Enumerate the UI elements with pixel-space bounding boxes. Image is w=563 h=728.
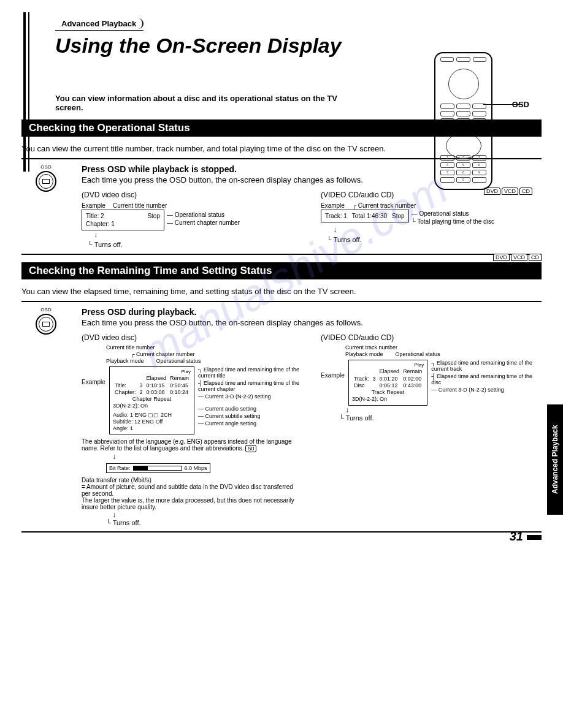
disc-type-tags: DVDVCDCD xyxy=(493,254,542,261)
section-heading: Checking the Operational Status xyxy=(21,119,542,137)
page-number: 31 xyxy=(510,529,542,544)
section-heading: Checking the Remaining Time and Setting … xyxy=(21,262,542,279)
vcd-label: (VIDEO CD/audio CD) xyxy=(321,333,542,342)
dvd-label: (DVD video disc) xyxy=(82,333,302,342)
dvd-diagram: Example Current title number Title: 2Sto… xyxy=(82,202,302,249)
disc-type-tags: DVDVCDCD xyxy=(484,188,532,195)
step-subtitle: Each time you press the OSD button, the … xyxy=(82,318,542,327)
intro-text: You can view information about a disc an… xyxy=(55,94,350,112)
step-title: Press OSD during playback. xyxy=(82,307,542,317)
section-body-text: You can view the elapsed time, remaining… xyxy=(21,287,542,296)
decorative-bar xyxy=(28,12,29,172)
divider xyxy=(21,254,542,255)
osd-button-icon: OSD xyxy=(21,307,71,526)
osd-button-icon: OSD xyxy=(21,164,71,249)
dvd-playback-diagram: Current title number ┌ Current chapter n… xyxy=(82,344,302,526)
dvd-label: (DVD video disc) xyxy=(82,191,302,199)
section-badge: Advanced Playback xyxy=(55,18,144,29)
osd-callout-label: OSD xyxy=(512,100,529,109)
vcd-playback-diagram: Current track number Playback modeOperat… xyxy=(321,344,542,421)
side-tab: Advanced Playback xyxy=(547,404,563,515)
divider xyxy=(21,531,542,533)
vcd-diagram: Example ┌ Current track number Track: 1T… xyxy=(321,202,542,244)
divider xyxy=(21,301,542,302)
decorative-bar xyxy=(23,12,26,172)
